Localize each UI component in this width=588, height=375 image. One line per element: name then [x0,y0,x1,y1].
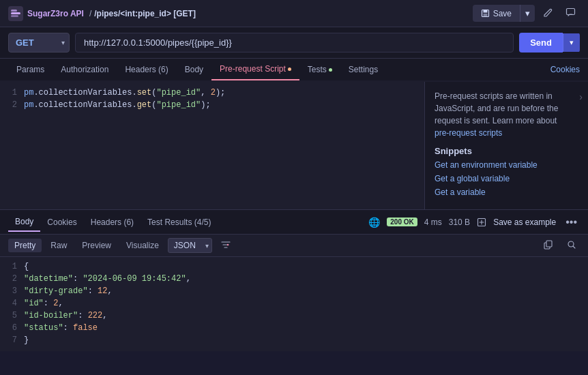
line-number: 2 [0,100,24,110]
resp-line-number: 4 [0,299,24,308]
fmt-tab-visualize[interactable]: Visualize [120,239,165,252]
filter-icon [221,240,231,250]
save-icon [481,9,490,18]
copy-icon-button[interactable] [540,239,557,253]
resp-line-content: "status": false [24,323,588,333]
save-label: Save [493,9,512,18]
tab-cookies[interactable]: Cookies [550,65,580,74]
resp-line-number: 5 [0,311,24,320]
side-panel: › Pre-request scripts are written in Jav… [424,82,588,209]
snippet-get-var[interactable]: Get a variable [435,188,578,197]
tab-pre-request-script[interactable]: Pre-request Script [211,59,299,80]
tests-dot [329,68,332,72]
tab-body[interactable]: Body [177,59,211,80]
response-body-editor: 1{2 "datetime": "2024-06-09 19:45:42",3 … [0,257,588,351]
svg-point-9 [227,243,229,245]
app-logo-icon [8,6,23,21]
svg-rect-3 [11,15,18,17]
response-section: Body Cookies Headers (6) Test Results (4… [0,210,588,351]
edit-icon [543,7,553,18]
code-line: 2pm.collectionVariables.get("pipe_id"); [0,100,424,112]
method-select[interactable]: GET POST PUT DELETE [8,33,70,52]
more-options-button[interactable]: ••• [563,216,580,228]
resp-line-content: } [24,335,588,345]
copy-icon [544,240,553,250]
search-icon-button[interactable] [563,239,580,253]
app-logo: SugarZ3ro API [8,6,84,21]
svg-rect-2 [11,10,17,12]
search-icon [567,240,576,250]
response-line: 2 "datetime": "2024-06-09 19:45:42", [0,273,588,286]
snippets-title: Snippets [435,146,578,156]
pre-request-dot [288,68,291,71]
resp-tab-body[interactable]: Body [8,213,40,232]
resp-line-number: 7 [0,335,24,345]
pre-request-script-editor[interactable]: 1pm.collectionVariables.set("pipe_id", 2… [0,82,424,209]
main-split: 1pm.collectionVariables.set("pipe_id", 2… [0,82,588,210]
send-button[interactable]: Send [519,33,563,52]
format-type-selector[interactable]: JSON XML HTML Text ▾ [168,238,212,253]
resp-tab-test-results[interactable]: Test Results (4/5) [141,213,218,231]
resp-line-number: 3 [0,286,24,296]
app-name-label: SugarZ3ro API [27,9,84,18]
resp-line-content: "datetime": "2024-06-09 19:45:42", [24,274,588,284]
fmt-tab-raw[interactable]: Raw [44,239,73,252]
send-dropdown-button[interactable]: ▾ [563,33,580,52]
resp-tab-headers[interactable]: Headers (6) [84,213,141,231]
globe-icon: 🌐 [368,217,380,228]
save-response-icon [477,217,486,227]
code-line: 1pm.collectionVariables.set("pipe_id", 2… [0,87,424,100]
edit-icon-button[interactable] [539,3,557,24]
response-meta: 🌐 200 OK 4 ms 310 B Save as example ••• [368,216,580,228]
tab-settings[interactable]: Settings [340,59,386,80]
response-time: 4 ms [424,217,442,227]
snippet-get-global[interactable]: Get a global variable [435,174,578,183]
resp-line-number: 2 [0,274,24,284]
svg-rect-5 [483,10,487,13]
pre-request-scripts-link[interactable]: pre-request scripts [435,128,502,138]
response-line: 7} [0,335,588,347]
format-right-actions [538,239,580,253]
save-button[interactable]: Save [473,5,520,22]
breadcrumb-endpoint: /pipes/<int:pipe_id> [GET] [94,9,196,18]
line-number: 1 [0,88,24,97]
side-panel-description: Pre-request scripts are written in JavaS… [435,90,578,139]
format-bar: Pretty Raw Preview Visualize JSON XML HT… [0,235,588,257]
response-tab-bar: Body Cookies Headers (6) Test Results (4… [0,210,588,235]
fmt-tab-preview[interactable]: Preview [76,239,117,252]
resp-line-content: "dirty-grade": 12, [24,286,588,296]
top-bar-right: Save ▾ [473,3,580,24]
snippet-get-env[interactable]: Get an environment variable [435,160,578,170]
side-panel-collapse-icon[interactable]: › [579,91,583,102]
breadcrumb-sep1: / [89,9,91,18]
resp-tab-cookies[interactable]: Cookies [40,213,83,231]
format-type-select[interactable]: JSON XML HTML Text [168,238,212,253]
resp-line-content: "id-boiler": 222, [24,311,588,320]
resp-line-content: { [24,262,588,271]
save-btn-group: Save ▾ [473,5,535,22]
resp-line-number: 6 [0,323,24,333]
response-line: 5 "id-boiler": 222, [0,310,588,322]
tab-authorization[interactable]: Authorization [53,59,117,80]
resp-line-content: "id": 2, [24,299,588,308]
method-selector[interactable]: GET POST PUT DELETE ▾ [8,33,70,52]
line-content: pm.collectionVariables.get("pipe_id"); [24,100,424,110]
side-panel-desc-text: Pre-request scripts are written in JavaS… [435,91,558,125]
save-as-example-button[interactable]: Save as example [493,217,556,227]
tab-headers[interactable]: Headers (6) [117,59,176,80]
tab-tests[interactable]: Tests [299,59,340,80]
fmt-tab-pretty[interactable]: Pretty [8,239,42,252]
svg-rect-6 [483,14,487,16]
response-line: 3 "dirty-grade": 12, [0,286,588,298]
breadcrumb: / /pipes/<int:pipe_id> [GET] [89,9,196,18]
status-badge: 200 OK [387,217,417,226]
response-line: 4 "id": 2, [0,298,588,310]
tab-params[interactable]: Params [8,59,53,80]
response-line: 1{ [0,261,588,273]
save-dropdown-button[interactable]: ▾ [520,5,535,22]
comment-icon-button[interactable] [561,3,580,24]
filter-icon-button[interactable] [218,239,234,253]
resp-line-number: 1 [0,262,24,271]
url-input[interactable] [75,33,514,52]
send-btn-group: Send ▾ [519,33,580,52]
